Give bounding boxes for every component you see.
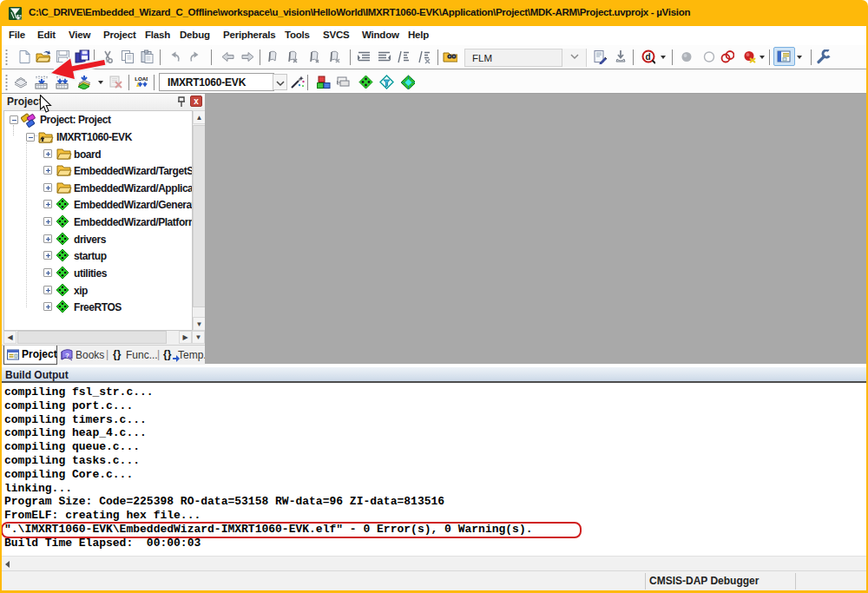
svg-text:LOAD: LOAD [135,76,148,82]
svg-text:d: d [646,52,651,62]
svg-text:?: ? [65,352,69,359]
